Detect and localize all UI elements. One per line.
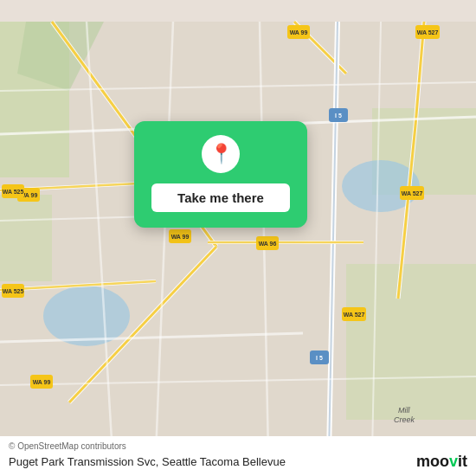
location-row: Puget Park Transmission Svc, Seattle Tac… <box>9 453 467 471</box>
svg-text:WA 527: WA 527 <box>417 29 439 35</box>
svg-text:Mill: Mill <box>398 406 410 415</box>
svg-text:WA 525: WA 525 <box>3 288 24 294</box>
copyright-text: © OpenStreetMap contributors <box>9 441 467 451</box>
moovit-text: moovit <box>416 453 467 471</box>
svg-text:WA 99: WA 99 <box>171 234 190 240</box>
svg-text:WA 96: WA 96 <box>259 241 277 247</box>
svg-text:Creek: Creek <box>394 415 415 424</box>
svg-rect-7 <box>346 264 476 420</box>
svg-text:WA 99: WA 99 <box>290 29 308 35</box>
take-me-card: 📍 Take me there <box>134 121 307 228</box>
svg-text:WA 527: WA 527 <box>402 190 423 196</box>
location-name: Puget Park Transmission Svc, Seattle Tac… <box>9 455 286 468</box>
pin-icon-wrap: 📍 <box>202 135 240 173</box>
map-container: WA 99 WA 527 WA 99 I 5 WA 525 WA 527 WA … <box>0 0 476 476</box>
svg-text:WA 527: WA 527 <box>344 312 365 318</box>
svg-text:I 5: I 5 <box>335 113 342 119</box>
svg-rect-2 <box>0 195 52 281</box>
svg-point-5 <box>43 286 130 346</box>
map-svg: WA 99 WA 527 WA 99 I 5 WA 525 WA 527 WA … <box>0 0 476 476</box>
bottom-bar: © OpenStreetMap contributors Puget Park … <box>0 436 476 476</box>
svg-text:I 5: I 5 <box>316 355 323 361</box>
svg-text:WA 525: WA 525 <box>3 189 24 195</box>
moovit-logo: moovit <box>416 453 467 471</box>
location-pin-icon: 📍 <box>209 143 233 165</box>
svg-text:WA 99: WA 99 <box>33 379 51 385</box>
moovit-v-letter: v <box>449 453 458 470</box>
take-me-button[interactable]: Take me there <box>151 183 290 212</box>
